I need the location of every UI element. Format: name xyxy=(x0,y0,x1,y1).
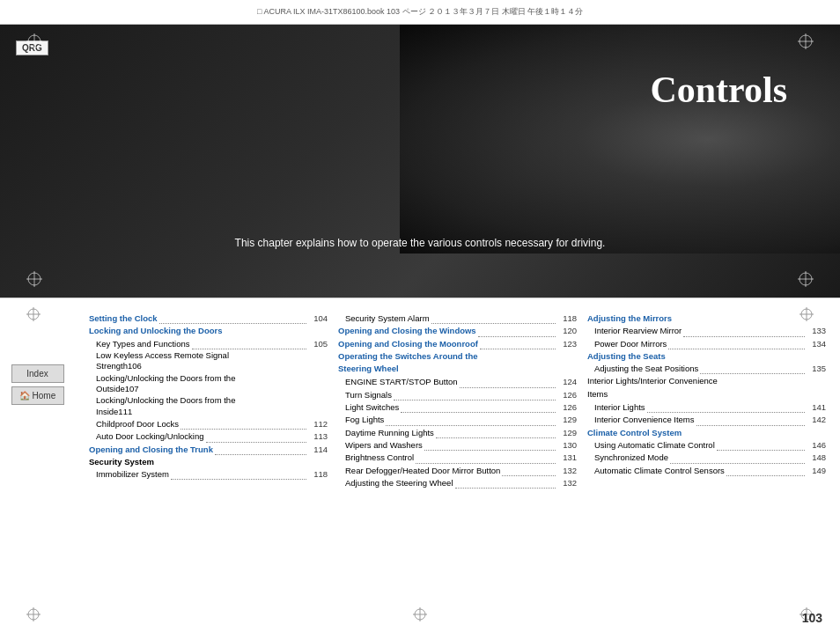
sub-entry-title: Automatic Climate Control Sensors xyxy=(594,465,725,476)
list-item: Interior Lights 141 xyxy=(587,401,826,413)
page-title: Controls xyxy=(650,69,787,111)
list-item: Locking/Unlocking the Doors from the Ins… xyxy=(89,395,328,417)
sub-entry-line2: Strength 106 xyxy=(96,361,328,371)
col1: Setting the Clock 104 Locking and Unlock… xyxy=(84,312,333,627)
content-area: Setting the Clock 104 Locking and Unlock… xyxy=(75,307,840,632)
dots xyxy=(668,341,805,349)
sub-entry-cont: Strength xyxy=(96,361,128,371)
reg-mark-bl-top xyxy=(26,307,41,323)
page-num: 124 xyxy=(557,376,577,387)
page-num: 126 xyxy=(557,401,577,413)
page-num: 126 xyxy=(557,389,577,401)
col3: Adjusting the Mirrors Interior Rearview … xyxy=(582,312,831,627)
page-num: 113 xyxy=(308,430,328,442)
reg-mark-br-top xyxy=(799,307,814,323)
sub-entry-title: Security System Alarm xyxy=(345,312,430,324)
dots xyxy=(192,341,307,349)
dots xyxy=(700,365,805,374)
reg-mark-top-left xyxy=(26,33,42,51)
list-item: Rear Defogger/Heated Door Mirror Button … xyxy=(338,465,577,476)
page-num: 134 xyxy=(807,338,826,349)
dots xyxy=(717,442,805,451)
dots xyxy=(215,446,306,455)
list-item: Low Keyless Access Remote Signal Strengt… xyxy=(89,350,328,372)
sub-entry-title: Auto Door Locking/Unlocking xyxy=(96,430,204,442)
page-num: 105 xyxy=(308,338,328,349)
page-num: 148 xyxy=(807,452,826,463)
list-item-cont: Steering Wheel xyxy=(338,363,577,374)
sidebar-buttons: Index 🏠 Home xyxy=(11,364,64,408)
list-item: Opening and Closing the Moonroof 123 xyxy=(338,338,577,349)
dots xyxy=(431,315,556,324)
sub-entry-title: Interior Rearview Mirror xyxy=(594,325,682,336)
bottom-section: Index 🏠 Home Setting the Clock 104 Locki… xyxy=(0,298,840,632)
sub-entry-title: Adjusting the Seat Positions xyxy=(594,363,698,374)
page-num: 106 xyxy=(128,361,142,371)
dots xyxy=(726,467,805,476)
dots xyxy=(394,392,556,401)
list-item: Adjusting the Mirrors xyxy=(587,312,826,324)
sub-entry-title: Interior Convenience Items xyxy=(594,414,695,425)
page-num: 118 xyxy=(308,468,328,480)
home-label: 🏠 xyxy=(19,391,33,401)
dots xyxy=(683,328,805,337)
list-item: Brightness Control 131 xyxy=(338,452,577,463)
sub-entry-title: Adjusting the Steering Wheel xyxy=(345,477,453,489)
index-button[interactable]: Index xyxy=(11,364,64,383)
entry-title: Security System xyxy=(89,456,154,467)
list-item: Opening and Closing the Trunk 114 xyxy=(89,444,328,455)
sub-entry-title: Childproof Door Locks xyxy=(96,418,179,430)
entry-title: Locking and Unlocking the Doors xyxy=(89,325,222,336)
dots xyxy=(647,404,805,413)
header-bar: □ ACURA ILX IMA-31TX86100.book 103 ページ ２… xyxy=(0,0,840,25)
list-item: Security System Alarm 118 xyxy=(338,312,577,324)
sidebar: Index 🏠 Home xyxy=(0,307,75,632)
entry-title: Setting the Clock xyxy=(89,312,158,324)
sub-entry-title: Interior Lights xyxy=(594,401,645,413)
file-info: □ ACURA ILX IMA-31TX86100.book 103 ページ ２… xyxy=(257,6,583,18)
list-item: Immobilizer System 118 xyxy=(89,468,328,480)
page-num: 130 xyxy=(557,439,577,451)
sub-entry-title: Using Automatic Climate Control xyxy=(594,439,715,451)
list-item: Synchronized Mode 148 xyxy=(587,452,826,463)
list-item: Childproof Door Locks 112 xyxy=(89,418,328,430)
sub-entry-line2: Outside 107 xyxy=(96,384,328,394)
reg-mark-bottom-left xyxy=(26,271,42,289)
reg-mark-bottom-right xyxy=(798,271,814,289)
page-num: 142 xyxy=(807,414,826,425)
home-button[interactable]: 🏠 Home xyxy=(11,386,64,405)
list-item: Interior Lights/Interior Convenience xyxy=(587,375,826,386)
list-item: Automatic Climate Control Sensors 149 xyxy=(587,465,826,476)
sub-entry-title: Daytime Running Lights xyxy=(345,427,434,438)
list-item: Using Automatic Climate Control 146 xyxy=(587,439,826,451)
list-item: Security System xyxy=(89,456,328,467)
list-item: Wipers and Washers 130 xyxy=(338,439,577,451)
page-num: 129 xyxy=(557,427,577,438)
page-num: 141 xyxy=(807,401,826,413)
dots xyxy=(181,421,306,430)
list-item: Adjusting the Steering Wheel 132 xyxy=(338,477,577,489)
dots xyxy=(159,315,306,324)
dots xyxy=(455,480,556,489)
dots xyxy=(696,417,805,426)
subtitle-text: This chapter explains how to operate the… xyxy=(0,237,840,249)
list-item: Adjusting the Seats xyxy=(587,350,826,362)
page-num: 132 xyxy=(557,477,577,489)
list-item: Adjusting the Seat Positions 135 xyxy=(587,363,826,374)
list-item: Interior Rearview Mirror 133 xyxy=(587,325,826,336)
list-item: Key Types and Functions 105 xyxy=(89,338,328,349)
entry-title: Opening and Closing the Moonroof xyxy=(338,338,478,349)
list-item: Turn Signals 126 xyxy=(338,389,577,401)
page-num: 131 xyxy=(557,452,577,463)
sub-entry-title: Wipers and Washers xyxy=(345,439,423,451)
dots xyxy=(416,455,556,464)
list-item: Daytime Running Lights 129 xyxy=(338,427,577,438)
dots xyxy=(670,455,805,464)
dots xyxy=(171,471,306,480)
keyboard-image xyxy=(400,25,840,254)
page-num: 132 xyxy=(557,465,577,476)
sub-entry-cont: Outside xyxy=(96,384,125,394)
entry-title-cont: Steering Wheel xyxy=(338,364,399,373)
entry-title: Opening and Closing the Trunk xyxy=(89,444,213,455)
page-num: 107 xyxy=(125,384,139,394)
